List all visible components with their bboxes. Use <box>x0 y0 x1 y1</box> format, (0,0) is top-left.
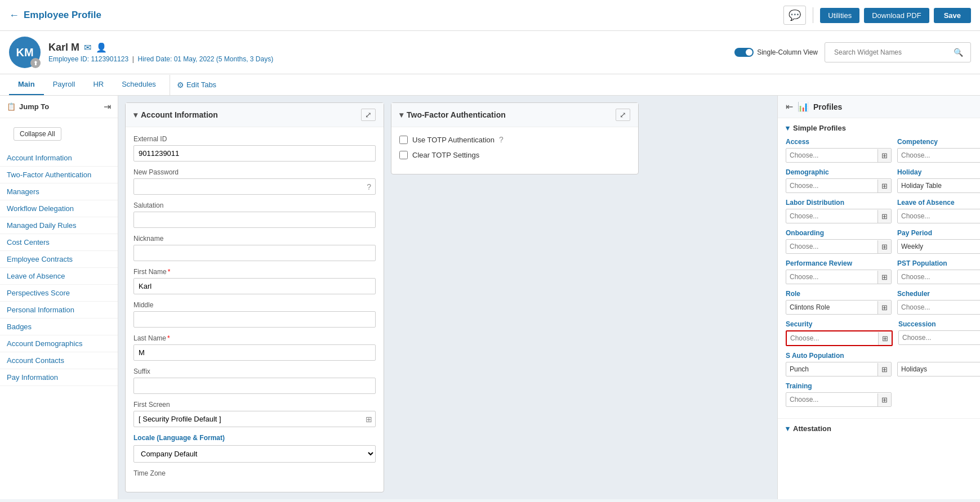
sidebar-item-account-information[interactable]: Account Information <box>0 150 118 167</box>
two-factor-chevron[interactable]: ▾ <box>399 110 403 119</box>
security-lookup-icon[interactable]: ⊞ <box>878 332 892 345</box>
sidebar-item-cost-centers[interactable]: Cost Centers <box>0 234 118 251</box>
account-info-chevron[interactable]: ▾ <box>133 110 137 119</box>
succession-profile-item: Succession ⊞ <box>898 320 980 346</box>
back-button[interactable]: ← <box>9 10 19 21</box>
holiday-select-wrapper: ⊞ <box>897 178 980 193</box>
nickname-input[interactable] <box>133 245 376 261</box>
sidebar-item-badges[interactable]: Badges <box>0 319 118 335</box>
middle-input[interactable] <box>133 311 376 328</box>
training-label: Training <box>786 382 892 390</box>
first-screen-lookup-icon[interactable]: ⊞ <box>366 415 372 424</box>
avatar-upload-icon[interactable]: ⬆ <box>30 58 41 68</box>
labor-distribution-lookup-icon[interactable]: ⊞ <box>877 210 891 223</box>
leave-of-absence-select-wrapper: ⊞ <box>897 209 980 223</box>
two-factor-expand-icon[interactable]: ⤢ <box>616 109 630 121</box>
holidays-select-wrapper: ⊞ <box>897 362 980 376</box>
performance-review-lookup-icon[interactable]: ⊞ <box>877 271 891 284</box>
labor-distribution-input[interactable] <box>786 209 877 223</box>
locale-select[interactable]: Company Default <box>133 445 376 463</box>
profiles-collapse-icon[interactable]: ⇤ <box>786 101 793 112</box>
sidebar-item-account-contacts[interactable]: Account Contacts <box>0 352 118 369</box>
sidebar-item-two-factor[interactable]: Two-Factor Authentication <box>0 167 118 183</box>
security-input[interactable] <box>787 331 878 345</box>
search-widget-input[interactable] <box>830 45 954 60</box>
attestation-chevron[interactable]: ▾ <box>786 424 790 433</box>
onboarding-lookup-icon[interactable]: ⊞ <box>877 240 891 253</box>
nickname-label: Nickname <box>133 235 376 243</box>
collapse-all-button[interactable]: Collapse All <box>14 127 61 141</box>
utilities-button[interactable]: Utilities <box>820 8 859 23</box>
training-lookup-icon[interactable]: ⊞ <box>877 393 891 406</box>
pst-population-select-wrapper: ⊞ <box>897 270 980 284</box>
account-info-expand-icon[interactable]: ⤢ <box>361 109 376 121</box>
email-icon[interactable]: ✉ <box>84 42 91 53</box>
profiles-grid-row-7: Security ⊞ Succession ⊞ <box>786 320 972 346</box>
download-pdf-button[interactable]: Download PDF <box>864 8 929 23</box>
sidebar-item-leave-of-absence[interactable]: Leave of Absence <box>0 268 118 285</box>
sidebar-item-managed-daily-rules[interactable]: Managed Daily Rules <box>0 217 118 234</box>
tab-hr[interactable]: HR <box>84 74 113 95</box>
suffix-input[interactable] <box>133 378 376 394</box>
holidays-input[interactable] <box>898 362 980 376</box>
pay-period-input[interactable] <box>898 240 980 253</box>
sidebar-item-account-demographics[interactable]: Account Demographics <box>0 335 118 352</box>
password-help-icon[interactable]: ? <box>367 182 371 191</box>
salutation-input[interactable] <box>133 212 376 228</box>
sidebar-item-managers[interactable]: Managers <box>0 183 118 200</box>
profile-icon[interactable]: 👤 <box>96 42 107 53</box>
demographic-lookup-icon[interactable]: ⊞ <box>877 180 891 192</box>
new-password-input[interactable] <box>133 178 376 195</box>
access-lookup-icon[interactable]: ⊞ <box>877 149 891 162</box>
role-lookup-icon[interactable]: ⊞ <box>877 301 891 314</box>
tab-payroll[interactable]: Payroll <box>44 74 84 95</box>
toggle-switch[interactable] <box>734 48 754 57</box>
sidebar-collapse-icon[interactable]: ⇥ <box>104 101 111 112</box>
profiles-grid-row-9: Training ⊞ <box>786 382 972 407</box>
simple-profiles-chevron[interactable]: ▾ <box>786 124 790 132</box>
tab-main[interactable]: Main <box>9 74 44 95</box>
leave-of-absence-input[interactable] <box>898 209 980 223</box>
training-input[interactable] <box>786 393 877 406</box>
header-actions: 💬 Utilities Download PDF Save <box>783 6 971 25</box>
onboarding-input[interactable] <box>786 240 877 253</box>
sidebar-item-employee-contracts[interactable]: Employee Contracts <box>0 251 118 268</box>
pst-population-input[interactable] <box>898 270 980 284</box>
competency-input[interactable] <box>898 149 980 162</box>
sidebar-item-pay-information[interactable]: Pay Information <box>0 369 118 386</box>
tab-schedules[interactable]: Schedules <box>113 74 165 95</box>
clear-totp-checkbox[interactable] <box>399 151 408 159</box>
auto-population-lookup-icon[interactable]: ⊞ <box>877 363 891 376</box>
account-info-title: ▾ Account Information <box>133 110 218 119</box>
succession-input[interactable] <box>899 331 980 344</box>
chat-icon[interactable]: 💬 <box>783 6 806 25</box>
external-id-input[interactable] <box>133 145 376 162</box>
scheduler-label: Scheduler <box>897 290 980 298</box>
pst-population-profile-item: PST Population ⊞ <box>897 259 980 284</box>
single-column-toggle[interactable]: Single-Column View <box>734 48 818 57</box>
sidebar-item-personal-information[interactable]: Personal Information <box>0 302 118 319</box>
access-input[interactable] <box>786 149 877 162</box>
attestation-title: Attestation <box>793 424 831 433</box>
use-totp-checkbox[interactable] <box>399 136 408 144</box>
auto-population-label: S Auto Population <box>786 352 892 360</box>
demographic-input[interactable] <box>786 179 877 192</box>
first-screen-input[interactable] <box>133 411 376 427</box>
holiday-input[interactable] <box>898 179 980 192</box>
first-name-input[interactable] <box>133 278 376 294</box>
performance-review-input[interactable] <box>786 270 877 284</box>
save-button[interactable]: Save <box>934 8 971 23</box>
scheduler-input[interactable] <box>898 301 980 314</box>
auto-population-input[interactable] <box>786 362 877 376</box>
sidebar-item-perspectives-score[interactable]: Perspectives Score <box>0 285 118 302</box>
totp-help-icon[interactable]: ? <box>499 135 504 144</box>
first-screen-input-wrapper: ⊞ <box>133 411 376 427</box>
demographic-select-wrapper: ⊞ <box>786 178 892 193</box>
last-name-input[interactable] <box>133 344 376 361</box>
two-factor-body: Use TOTP Authentication ? Clear TOTP Set… <box>391 127 638 174</box>
account-info-body: External ID New Password ? Salutation Ni… <box>126 127 384 492</box>
sidebar-item-workflow-delegation[interactable]: Workflow Delegation <box>0 200 118 217</box>
edit-tabs-button[interactable]: ⚙ Edit Tabs <box>170 75 223 95</box>
role-input[interactable] <box>786 301 877 314</box>
suffix-group: Suffix <box>133 367 376 394</box>
